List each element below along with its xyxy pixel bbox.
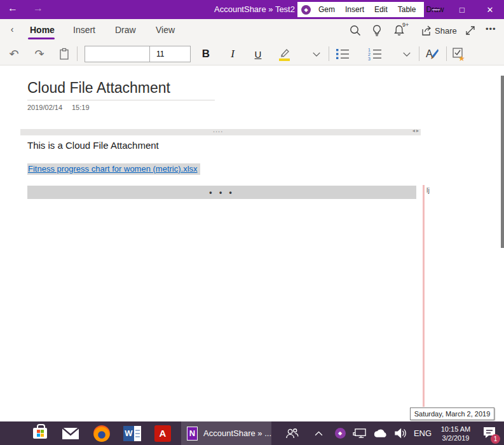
tab-insert[interactable]: Insert xyxy=(73,25,95,35)
taskbar-acrobat-icon[interactable]: A xyxy=(152,421,174,445)
ribbon-tab-row: ‹ Home Insert Draw View 9+ xyxy=(0,19,504,42)
titlebar: ← → AccountShare » Test2 ◆ Gem Insert Ed… xyxy=(0,0,504,19)
bold-button[interactable]: B xyxy=(198,46,214,62)
lightbulb-icon[interactable] xyxy=(370,24,384,38)
tray-network-icon[interactable] xyxy=(350,421,369,445)
highlight-dropdown-chevron-icon[interactable] xyxy=(309,46,324,62)
undo-icon[interactable]: ↶ xyxy=(6,46,22,62)
resize-arrows-icon[interactable]: ◂ ▸ xyxy=(412,128,419,134)
window-title: AccountShare » Test2 xyxy=(214,4,295,14)
attachment-link[interactable]: Fitness progress chart for women (metric… xyxy=(27,163,200,175)
taskbar-mail-icon[interactable] xyxy=(60,421,81,445)
close-button[interactable]: ✕ xyxy=(477,0,503,19)
taskbar-store-icon[interactable] xyxy=(29,421,51,445)
date-tooltip: Saturday, March 2, 2019 xyxy=(410,407,494,420)
tray-onedrive-cloud-icon[interactable] xyxy=(371,421,390,445)
highlighter-icon[interactable] xyxy=(276,46,292,62)
page-time: 15:19 xyxy=(72,104,90,111)
taskbar-onenote-button[interactable]: N AccountShare » ... xyxy=(181,421,271,445)
taskbar-firefox-icon[interactable] xyxy=(91,421,112,445)
toolbar-divider xyxy=(77,46,78,61)
minimize-button[interactable]: — xyxy=(423,0,449,19)
note-body-text[interactable]: This is a Cloud File Attachment xyxy=(27,140,159,151)
share-button[interactable]: Share xyxy=(435,26,457,36)
language-indicator[interactable]: ENG xyxy=(411,421,435,445)
taskbar-people-icon[interactable] xyxy=(282,421,302,445)
menu-table[interactable]: Table xyxy=(393,5,421,14)
toolbar-divider xyxy=(329,46,329,61)
toolbar-divider xyxy=(419,46,419,61)
share-icon[interactable] xyxy=(419,24,433,38)
format-toolbar: ↶ ↷ B I U xyxy=(0,42,504,65)
svg-text:3: 3 xyxy=(368,57,371,61)
onenote-button-label: AccountShare » ... xyxy=(203,428,271,438)
more-options-icon[interactable]: ••• xyxy=(486,24,496,34)
search-icon[interactable] xyxy=(348,24,362,38)
vertical-scrollbar-thumb[interactable] xyxy=(501,76,504,248)
taskbar-word-icon[interactable]: W xyxy=(121,421,143,445)
drag-dots-icon: ∙∙∙∙ xyxy=(213,127,223,135)
menu-edit[interactable]: Edit xyxy=(369,5,393,14)
tag-checkbox-star-icon[interactable]: ★ xyxy=(451,46,467,62)
page-date: 2019/02/14 xyxy=(27,104,62,111)
menu-insert[interactable]: Insert xyxy=(340,5,369,14)
active-tab-underline xyxy=(28,38,55,39)
title-underline xyxy=(27,100,215,100)
paste-clipboard-icon[interactable] xyxy=(57,46,72,62)
tray-chevron-up-icon[interactable] xyxy=(310,421,327,445)
menu-gem[interactable]: Gem xyxy=(313,5,340,14)
svg-text:1: 1 xyxy=(368,48,371,52)
tab-draw[interactable]: Draw xyxy=(115,25,136,35)
notification-badge: 1 xyxy=(491,434,500,444)
svg-text:★: ★ xyxy=(458,54,465,62)
app-window: ← → AccountShare » Test2 ◆ Gem Insert Ed… xyxy=(0,0,504,445)
forward-arrow-icon[interactable]: → xyxy=(29,3,48,14)
action-center-icon[interactable]: 1 xyxy=(479,421,500,445)
font-name-input[interactable] xyxy=(85,46,150,62)
back-arrow-icon[interactable]: ← xyxy=(3,3,22,14)
gem-addin-menubar: ◆ Gem Insert Edit Table Draw xyxy=(297,2,424,17)
format-painter-icon[interactable]: A xyxy=(425,46,440,62)
gem-addin-icon: ◆ xyxy=(301,5,311,15)
onenote-app-icon: N xyxy=(187,427,198,441)
taskbar: W A N AccountShare » ... ◆ xyxy=(0,421,504,445)
clock[interactable]: 10:15 AM 3/2/2019 xyxy=(436,421,475,445)
numbered-list-icon[interactable]: 1 2 3 xyxy=(367,46,383,62)
page-title[interactable]: Cloud File Attachment xyxy=(27,79,170,97)
redo-icon[interactable]: ↷ xyxy=(32,46,47,62)
ellipsis-dots-icon: • • • xyxy=(209,188,234,197)
fullscreen-expand-icon[interactable] xyxy=(463,24,477,38)
underline-button[interactable]: U xyxy=(250,46,266,62)
maximize-button[interactable]: □ xyxy=(449,0,475,19)
note-container-handle[interactable]: ∙∙∙∙ ◂ ▸ xyxy=(20,129,421,135)
svg-text:2: 2 xyxy=(368,52,371,57)
list-dropdown-chevron-icon[interactable] xyxy=(399,46,414,62)
ribbon-back-chevron-icon[interactable]: ‹ xyxy=(5,24,19,34)
font-size-input[interactable] xyxy=(150,46,189,62)
clock-time: 10:15 AM xyxy=(441,425,470,434)
tab-view[interactable]: View xyxy=(156,25,175,35)
clock-date: 3/2/2019 xyxy=(441,434,470,442)
tab-home[interactable]: Home xyxy=(30,25,55,35)
toolbar-divider xyxy=(446,46,447,61)
bell-badge: 9+ xyxy=(402,22,409,28)
font-controls xyxy=(85,46,191,62)
attachment-preview-bar[interactable]: • • • xyxy=(27,186,416,199)
italic-button[interactable]: I xyxy=(225,46,240,62)
tray-volume-icon[interactable] xyxy=(390,421,411,445)
author-initials: lj xyxy=(426,186,430,194)
tray-gem-icon[interactable]: ◆ xyxy=(331,421,349,445)
bullet-list-icon[interactable] xyxy=(335,46,350,62)
author-edit-marker-line xyxy=(423,185,425,407)
